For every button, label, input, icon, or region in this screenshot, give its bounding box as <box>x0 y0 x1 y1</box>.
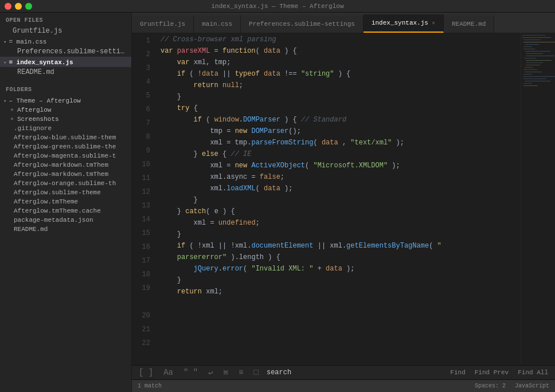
code-line-8: if ( window.DOMParser ) { // Standard <box>161 114 515 126</box>
sidebar-file-afterglow-orange[interactable]: Afterglow-orange.sublime-th <box>0 179 131 188</box>
close-button[interactable] <box>5 3 11 10</box>
svg-rect-15 <box>525 67 533 68</box>
code-editor[interactable]: // Cross-browser xml parsing var parseXM… <box>155 33 521 365</box>
tab-main-css[interactable]: main.css <box>194 15 241 33</box>
code-line-20: jQuery.error( "Invalid XML: " + data ); <box>161 263 515 275</box>
sidebar-file-package-metadata[interactable]: package-metadata.json <box>0 215 131 225</box>
content-area: Gruntfile.js main.css Preferences.sublim… <box>132 13 555 392</box>
find-all-button[interactable]: Find All <box>515 368 550 377</box>
svg-rect-6 <box>523 46 532 47</box>
code-line-2: var parseXML = function( data ) { <box>161 45 515 57</box>
maximize-button[interactable] <box>25 3 32 10</box>
sidebar-item-main-css[interactable]: ▾ = main.css <box>0 36 131 46</box>
code-line-14: xml.loadXML( data ); <box>161 183 515 194</box>
sidebar-file-gitignore[interactable]: .gitignore <box>0 124 131 133</box>
sidebar-file-afterglow-markdown1[interactable]: Afterglow-markdown.tmThem <box>0 160 131 170</box>
svg-rect-13 <box>526 62 543 63</box>
search-input[interactable] <box>267 369 442 377</box>
code-line-3: var xml, tmp; <box>161 57 515 68</box>
sidebar-folder-theme[interactable]: ▾ – Theme – Afterglow <box>0 95 131 105</box>
match-count: 1 match <box>138 383 162 389</box>
plus-icon-2: + <box>10 116 14 123</box>
status-bar: 1 match Spaces: 2 JavaScript <box>132 379 555 392</box>
arrow-icon: ▾ <box>3 39 6 45</box>
code-line-10: xml = tmp.parseFromString( data , "text/… <box>161 137 515 148</box>
code-line-11: } else { // IE <box>161 148 515 160</box>
code-container: 1 2 3 4 5 6 7 8 9 10 11 12 13 14 15 16 1… <box>132 33 555 365</box>
find-button[interactable]: Find <box>448 368 467 377</box>
tab-gruntfile[interactable]: Gruntfile.js <box>132 15 194 33</box>
arrow-icon-2: ▾ <box>3 60 6 66</box>
tab-readme[interactable]: README.md <box>444 15 494 33</box>
minimize-button[interactable] <box>15 3 22 10</box>
list-icon[interactable]: ≡ <box>236 367 245 378</box>
quotes-icon[interactable]: " " <box>181 367 200 378</box>
main-layout: OPEN FILES Gruntfile.js ▾ = main.css Pre… <box>0 13 555 392</box>
code-line-19: if ( !xml || !xml.documentElement || xml… <box>161 240 515 252</box>
sidebar-file-readme[interactable]: README.md <box>0 225 131 234</box>
aa-icon[interactable]: Aa <box>161 367 175 378</box>
svg-rect-1 <box>522 35 545 36</box>
code-line-18: } <box>161 229 515 240</box>
svg-rect-11 <box>525 58 536 58</box>
line-numbers: 1 2 3 4 5 6 7 8 9 10 11 12 13 14 15 16 1… <box>132 33 155 365</box>
code-line-5: return null; <box>161 80 515 91</box>
minimap[interactable] <box>521 33 555 365</box>
title-bar: index_syntax.js — Theme – Afterglow <box>0 0 555 13</box>
sidebar-file-afterglow-green[interactable]: Afterglow-green.sublime-the <box>0 142 131 151</box>
square-icon[interactable]: □ <box>252 367 261 378</box>
code-line-19b: parsererror" ).length ) { <box>161 252 515 263</box>
svg-rect-7 <box>523 49 535 49</box>
sidebar-file-afterglow-tm[interactable]: Afterglow.tmTheme <box>0 197 131 206</box>
search-input-wrapper[interactable] <box>267 369 442 377</box>
tab-close-icon[interactable]: ✕ <box>432 19 435 26</box>
svg-rect-10 <box>526 56 554 56</box>
window-controls <box>5 3 32 10</box>
svg-rect-18 <box>523 74 532 75</box>
code-line-15: } <box>161 194 515 206</box>
svg-rect-2 <box>522 37 551 38</box>
sidebar-item-readme[interactable]: README.md <box>0 67 131 77</box>
svg-rect-19 <box>523 76 555 77</box>
svg-rect-17 <box>525 72 542 72</box>
tab-preferences[interactable]: Preferences.sublime-settings <box>241 15 364 33</box>
sidebar-file-afterglow-sublime[interactable]: Afterglow.sublime-theme <box>0 188 131 197</box>
brackets-icon[interactable]: [ ] <box>136 367 155 378</box>
sidebar-file-afterglow-magenta[interactable]: Afterglow-magenta.sublime-t <box>0 151 131 160</box>
spaces-indicator: Spaces: 2 <box>475 383 506 389</box>
sidebar: OPEN FILES Gruntfile.js ▾ = main.css Pre… <box>0 13 132 392</box>
svg-rect-22 <box>523 83 532 84</box>
code-line-12: xml = new ActiveXObject( "Microsoft.XMLD… <box>161 160 515 171</box>
language-indicator: JavaScript <box>515 383 549 389</box>
folders-label: FOLDERS <box>0 82 131 95</box>
sidebar-file-afterglow-blue[interactable]: Afterglow-blue.sublime-them <box>0 133 131 142</box>
sidebar-folder-screenshots[interactable]: + Screenshots <box>0 115 131 124</box>
link-icon[interactable]: ⌘ <box>221 367 230 379</box>
code-line-17: xml = undefined; <box>161 217 515 229</box>
sidebar-file-afterglow-tm-cache[interactable]: Afterglow.tmTheme.cache <box>0 206 131 215</box>
window-title: index_syntax.js — Theme – Afterglow <box>211 3 343 10</box>
code-line-9: tmp = new DOMParser(); <box>161 126 515 137</box>
svg-rect-5 <box>525 44 539 45</box>
find-prev-button[interactable]: Find Prev <box>472 368 511 377</box>
sidebar-item-gruntfile[interactable]: Gruntfile.js <box>0 26 131 36</box>
sidebar-file-afterglow-markdown2[interactable]: Afterglow-markdown.tmThem <box>0 170 131 179</box>
svg-rect-23 <box>523 85 538 86</box>
find-buttons: Find Find Prev Find All <box>448 368 550 377</box>
code-line-4: if ( !data || typeof data !== "string" )… <box>161 68 515 80</box>
svg-rect-16 <box>523 69 538 70</box>
undo-icon[interactable]: ↩ <box>206 367 215 379</box>
tab-bar: Gruntfile.js main.css Preferences.sublim… <box>132 13 555 33</box>
svg-rect-9 <box>526 53 543 54</box>
status-right: Spaces: 2 JavaScript <box>475 383 549 389</box>
sidebar-item-preferences[interactable]: Preferences.sublime-settings <box>0 46 131 57</box>
sidebar-folder-afterglow[interactable]: + Afterglow <box>0 105 131 115</box>
bottom-bar: [ ] Aa " " ↩ ⌘ ≡ □ Find Find Prev Find A… <box>132 365 555 379</box>
svg-rect-12 <box>526 60 552 61</box>
tab-index-syntax[interactable]: index_syntax.js ✕ <box>364 14 444 33</box>
svg-rect-8 <box>525 51 550 52</box>
plus-icon: + <box>10 107 14 113</box>
sidebar-item-index-syntax[interactable]: ▾ = index_syntax.js <box>0 57 131 67</box>
code-line-22: return xml; <box>161 286 515 297</box>
svg-rect-14 <box>526 65 540 65</box>
